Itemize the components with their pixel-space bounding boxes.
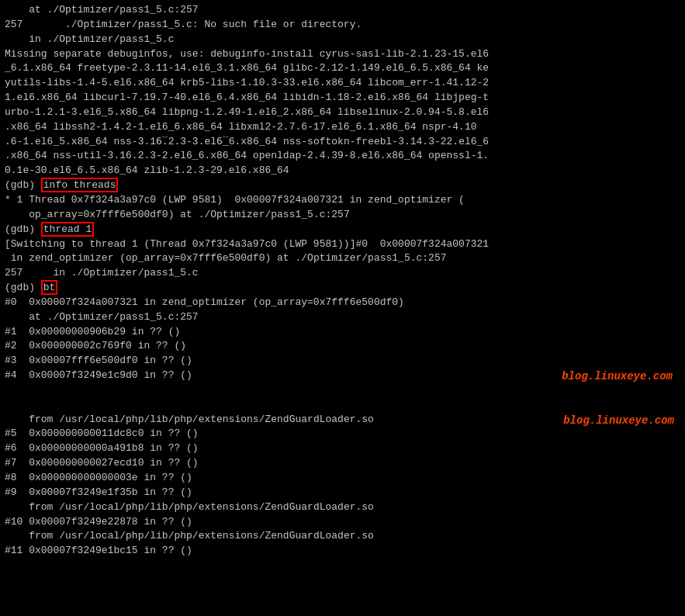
line-12: 0.1e-30.el6_6.5.x86_64 zlib-1.2.3-29.el6…: [5, 164, 680, 178]
line-7: 1.el6.x86_64 libcurl-7.19.7-40.el6_6.4.x…: [5, 91, 680, 106]
line-19: 257 in ./Optimizer/pass1_5.c: [5, 266, 680, 281]
cmd-bt: bt: [41, 280, 58, 295]
prompt-13: (gdb): [5, 179, 41, 191]
watermark-inline: blog.linuxeye.com: [563, 413, 674, 428]
line-15: op_array=0x7fff6e500df0) at ./Optimizer/…: [5, 208, 680, 223]
line-32: #9 0x00007f3249e1f35b in ?? (): [5, 486, 680, 500]
line-30: #7 0x000000000027ecd10 in ?? (): [5, 456, 680, 471]
line-17: [Switching to thread 1 (Thread 0x7f324a3…: [5, 237, 680, 252]
watermark: blog.linuxeye.com: [562, 369, 673, 384]
line-9: .x86_64 libssh2-1.4.2-1.el6_6.x86_64 lib…: [5, 120, 680, 135]
terminal: at ./Optimizer/pass1_5.c:257 257 ./Optim…: [0, 0, 685, 616]
line-27: from /usr/local/php/lib/php/extensions/Z…: [5, 413, 680, 427]
line-2: 257 ./Optimizer/pass1_5.c: No such file …: [5, 18, 680, 33]
line-33: from /usr/local/php/lib/php/extensions/Z…: [5, 500, 680, 515]
line-22: at ./Optimizer/pass1_5.c:257: [5, 310, 680, 325]
cmd-thread-1: thread 1: [41, 222, 94, 237]
line-26: #4 0x00007f3249e1c9d0 in ?? () blog.linu…: [5, 369, 680, 413]
line-8: urbo-1.2.1-3.el6_5.x86_64 libpng-1.2.49-…: [5, 106, 680, 120]
prompt-16: (gdb): [5, 223, 41, 235]
line-24: #2 0x000000002c769f0 in ?? (): [5, 339, 680, 354]
prompt-20: (gdb): [5, 282, 41, 293]
line-34: #10 0x00007f3249e22878 in ?? (): [5, 515, 680, 530]
line-info-threads: (gdb) info threads: [5, 178, 680, 193]
line-36: #11 0x00007f3249e1bc15 in ?? (): [5, 544, 680, 559]
line-29: #6 0x00000000000a491b8 in ?? (): [5, 441, 680, 456]
line-21: #0 0x00007f324a007321 in zend_optimizer …: [5, 296, 680, 310]
line-bt: (gdb) bt: [5, 281, 680, 296]
line-28: #5 0x000000000011dc8c0 in ?? (): [5, 427, 680, 441]
line-23: #1 0x00000000906b29 in ?? (): [5, 325, 680, 340]
line-1: at ./Optimizer/pass1_5.c:257: [5, 3, 680, 18]
line-25: #3 0x00007fff6e500df0 in ?? (): [5, 354, 680, 369]
line-4: Missing separate debuginfos, use: debugi…: [5, 47, 680, 62]
cmd-info-threads: info threads: [41, 178, 119, 192]
line-31: #8 0x000000000000003e in ?? (): [5, 471, 680, 486]
line-5: _6.1.x86_64 freetype-2.3.11-14.el6_3.1.x…: [5, 61, 680, 76]
line-14: * 1 Thread 0x7f324a3a97c0 (LWP 9581) 0x0…: [5, 193, 680, 208]
line-3: in ./Optimizer/pass1_5.c: [5, 33, 680, 47]
line-35: from /usr/local/php/lib/php/extensions/Z…: [5, 529, 680, 544]
line-10: .6-1.el6_5.x86_64 nss-3.16̅.2.3-3.el6̅_6…: [5, 135, 680, 150]
line-thread-1: (gdb) thread 1: [5, 223, 680, 237]
line-6: yutils-libs-1.4-5.el6.x86_64 krb5-libs-1…: [5, 76, 680, 91]
line-11: .x86_64 nss-util-3.16.2.3-2.el6_6.x86_64…: [5, 149, 680, 164]
line-18: in zend_optimizer (op_array=0x7fff6e500d…: [5, 251, 680, 266]
